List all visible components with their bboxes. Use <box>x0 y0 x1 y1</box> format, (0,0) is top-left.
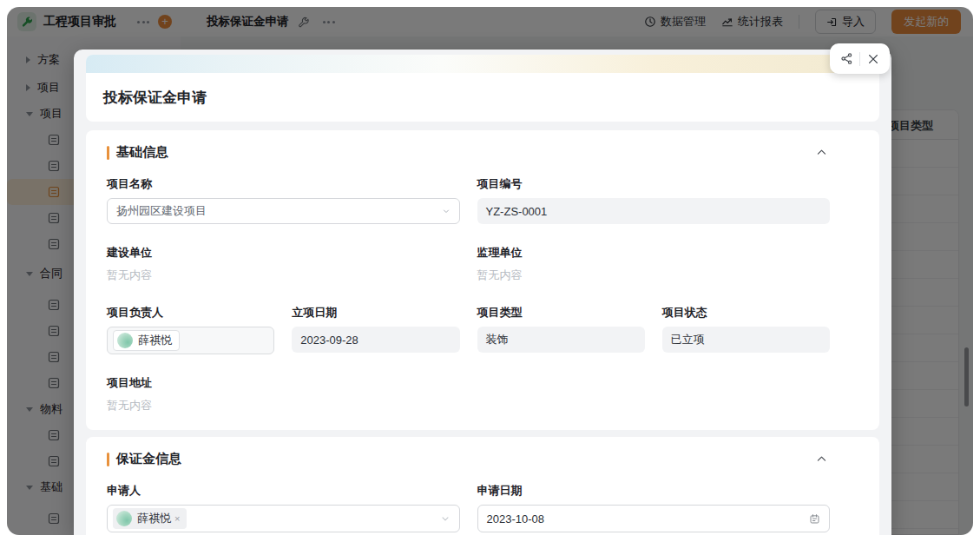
deposit-info-card: 保证金信息 申请人 薛祺悦 × <box>86 437 879 535</box>
field-label: 建设单位 <box>107 245 460 261</box>
empty-value: 暂无内容 <box>477 267 831 284</box>
share-icon[interactable] <box>833 47 859 71</box>
field-project-status: 项目状态 已立项 <box>662 305 830 354</box>
field-label: 项目编号 <box>477 176 831 192</box>
field-label: 立项日期 <box>292 305 459 321</box>
calendar-icon <box>809 513 820 525</box>
project-name-select[interactable]: 扬州园区建设项目 <box>107 198 460 224</box>
modal-title: 投标保证金申请 <box>103 88 207 108</box>
field-apply-date: 申请日期 2023-10-08 <box>477 483 831 532</box>
person-name: 薛祺悦 <box>138 333 172 348</box>
avatar <box>117 333 133 348</box>
close-icon[interactable] <box>860 47 886 71</box>
section-accent-bar <box>107 146 109 160</box>
field-label: 监理单位 <box>477 245 831 261</box>
field-project-type: 项目类型 装饰 <box>477 305 645 354</box>
avatar <box>116 511 132 526</box>
section-accent-bar <box>107 453 109 466</box>
person-tag: 薛祺悦 × <box>113 508 187 529</box>
field-start-date: 立项日期 2023-09-28 <box>292 305 459 354</box>
apply-date-input[interactable]: 2023-10-08 <box>477 505 831 532</box>
date-value: 2023-10-08 <box>487 512 810 525</box>
applicant-select[interactable]: 薛祺悦 × <box>107 505 460 532</box>
field-applicant: 申请人 薛祺悦 × <box>107 483 460 532</box>
owner-field[interactable]: 薛祺悦 <box>107 327 274 354</box>
field-build-unit: 建设单位 暂无内容 <box>107 245 460 284</box>
project-status-value: 已立项 <box>662 327 830 353</box>
title-gradient-banner <box>86 55 879 73</box>
modal-title-card: 投标保证金申请 <box>86 55 879 122</box>
person-tag: 薛祺悦 <box>113 330 180 351</box>
empty-value: 暂无内容 <box>107 267 460 284</box>
chevron-up-icon[interactable] <box>816 453 858 465</box>
caret-down-icon <box>442 207 451 215</box>
project-type-value: 装饰 <box>477 327 645 353</box>
field-project-no: 项目编号 YZ-ZS-0001 <box>477 176 831 224</box>
field-owner: 项目负责人 薛祺悦 <box>107 305 274 354</box>
chevron-up-icon[interactable] <box>816 147 858 158</box>
field-label: 项目地址 <box>107 375 460 391</box>
field-label: 申请人 <box>107 483 460 499</box>
select-value: 扬州园区建设项目 <box>116 203 442 219</box>
project-no-value: YZ-ZS-0001 <box>477 198 831 224</box>
field-label: 项目状态 <box>662 305 830 321</box>
modal-action-pill <box>830 43 890 74</box>
bid-deposit-modal: 投标保证金申请 基础信息 项目名称 扬州园区建设项目 项目编号 Y <box>74 50 891 535</box>
section-title: 基础信息 <box>116 144 809 161</box>
start-date-value: 2023-09-28 <box>292 327 459 353</box>
field-label: 项目名称 <box>107 176 460 192</box>
empty-value: 暂无内容 <box>107 397 460 414</box>
field-label: 申请日期 <box>477 483 831 499</box>
person-name: 薛祺悦 <box>137 511 171 526</box>
field-label: 项目负责人 <box>107 305 274 321</box>
field-address: 项目地址 暂无内容 <box>107 375 460 414</box>
field-label: 项目类型 <box>477 305 645 321</box>
field-supervise-unit: 监理单位 暂无内容 <box>477 245 831 284</box>
remove-tag-icon[interactable]: × <box>174 513 180 524</box>
field-project-name: 项目名称 扬州园区建设项目 <box>107 176 460 224</box>
basic-info-card: 基础信息 项目名称 扬州园区建设项目 项目编号 YZ-ZS-0001 建设单位 <box>86 130 879 430</box>
app-window: 工程项目审批 + 投标保证金申请 数据管理 统计报表 导入 发起新的 <box>7 7 973 535</box>
chevron-down-icon <box>440 513 451 524</box>
section-title: 保证金信息 <box>116 451 809 467</box>
